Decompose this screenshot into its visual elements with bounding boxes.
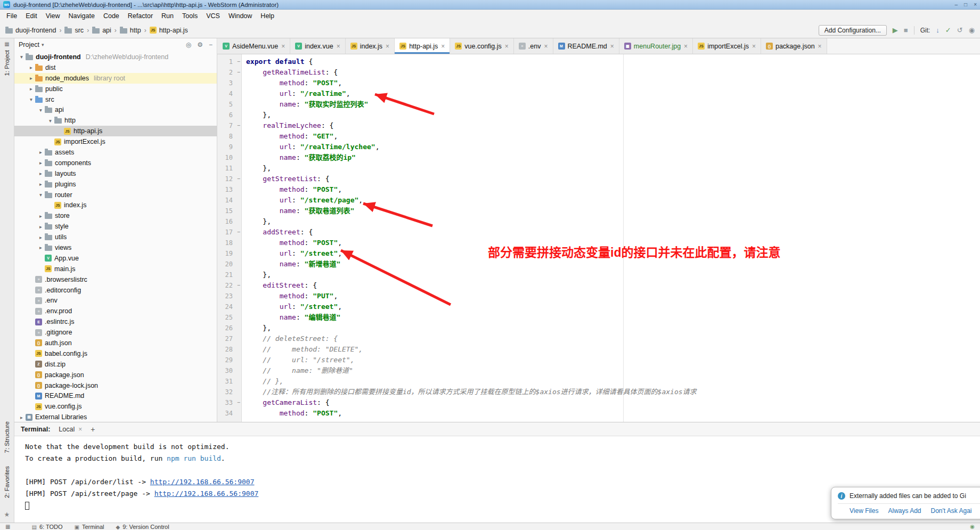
tab-close-icon[interactable]: ×	[505, 43, 509, 50]
code-line-9[interactable]: 9 url: "/realTime/lychee",	[217, 142, 980, 152]
code-line-10[interactable]: 10 name: "获取荔枝的ip"	[217, 152, 980, 163]
chevron-down-icon[interactable]: ▾	[27, 96, 35, 102]
code-line-31[interactable]: 31 // },	[217, 376, 980, 387]
code-line-25[interactable]: 25 name: "编辑巷道"	[217, 312, 980, 323]
chevron-right-icon[interactable]: ▸	[37, 181, 45, 187]
fold-marker-icon[interactable]: −	[235, 56, 242, 67]
code-line-3[interactable]: 3 method: "POST",	[217, 78, 980, 88]
menu-code[interactable]: Code	[99, 11, 124, 21]
tree-item-package-json[interactable]: {}package.json	[14, 370, 217, 380]
tree-item-utils[interactable]: ▸utils	[14, 232, 217, 242]
tree-item-readme-md[interactable]: MREADME.md	[14, 391, 217, 402]
chevron-right-icon[interactable]: ▸	[37, 213, 45, 219]
editor-tab-index-vue[interactable]: Vindex.vue×	[290, 38, 346, 54]
tab-close-icon[interactable]: ×	[337, 43, 340, 50]
chevron-right-icon[interactable]: ▸	[37, 149, 45, 155]
code-line-27[interactable]: 27 // deleteStreet: {	[217, 333, 980, 344]
breadcrumb-http[interactable]: http	[120, 27, 141, 34]
statusbar-6-todo[interactable]: ▤6: TODO	[31, 524, 62, 530]
terminal-link[interactable]: http://192.168.66.56:9007	[150, 478, 255, 486]
statusbar-9-version-control[interactable]: ◆9: Version Control	[116, 524, 169, 530]
terminal-tab-local[interactable]: Local ×	[59, 426, 82, 433]
code-line-8[interactable]: 8 method: "GET",	[217, 131, 980, 142]
toolwindow-switcher-icon[interactable]: ▦	[5, 524, 10, 529]
code-line-22[interactable]: 22− editStreet: {	[217, 280, 980, 291]
menu-help[interactable]: Help	[256, 11, 279, 21]
menu-tools[interactable]: Tools	[178, 11, 202, 21]
code-line-1[interactable]: 1−export default {	[217, 56, 980, 67]
code-line-32[interactable]: 32 //注释：所有用到删除的接口都需要拼接变量id，所以请求方式采用了挂载在原…	[217, 387, 980, 397]
code-line-33[interactable]: 33− getCameraList: {	[217, 397, 980, 408]
toolwindow-project-button[interactable]: 1: Project	[4, 50, 10, 76]
favorites-star-icon[interactable]: ★	[4, 511, 10, 518]
code-line-11[interactable]: 11 },	[217, 163, 980, 174]
fold-marker-icon[interactable]: −	[235, 227, 242, 238]
toolwindow-structure-button[interactable]: 7: Structure	[4, 421, 10, 453]
tab-close-icon[interactable]: ×	[78, 426, 82, 433]
tree-item-vue-config-js[interactable]: JSvue.config.js	[14, 401, 217, 412]
editor-tab-readme-md[interactable]: MREADME.md×	[553, 38, 619, 54]
tree-item-public[interactable]: ▸public	[14, 84, 217, 94]
menu-window[interactable]: Window	[224, 11, 256, 21]
git-revert-icon[interactable]: ↺	[957, 27, 963, 34]
tree-item-gitignore[interactable]: ≡.gitignore	[14, 327, 217, 338]
add-configuration-button[interactable]: Add Configuration...	[819, 25, 887, 36]
tab-close-icon[interactable]: ×	[684, 43, 688, 50]
code-line-6[interactable]: 6 },	[217, 110, 980, 120]
minimize-button[interactable]: –	[955, 2, 958, 7]
tree-item-auth-json[interactable]: {}auth.json	[14, 338, 217, 348]
tree-item-env-prod[interactable]: ≡.env.prod	[14, 306, 217, 316]
hide-panel-icon[interactable]: −	[209, 41, 213, 48]
git-commit-icon[interactable]: ✓	[945, 27, 951, 34]
close-button[interactable]: ×	[974, 2, 977, 7]
terminal-cursor[interactable]	[25, 502, 29, 510]
chevron-down-icon[interactable]: ▾	[46, 118, 54, 124]
menu-refactor[interactable]: Refactor	[124, 11, 157, 21]
editor-tab-package-json[interactable]: {}package.json×	[761, 38, 827, 54]
code-line-13[interactable]: 13 method: "POST",	[217, 184, 980, 195]
code-editor[interactable]: 1−export default {2− getRealTimeList: {3…	[217, 54, 980, 422]
tree-item-style[interactable]: ▸style	[14, 221, 217, 232]
tree-item-package-lock-json[interactable]: {}package-lock.json	[14, 380, 217, 391]
chevron-down-icon[interactable]: ▾	[37, 107, 45, 113]
fold-marker-icon[interactable]: −	[235, 120, 242, 131]
menu-vcs[interactable]: VCS	[202, 11, 224, 21]
code-line-7[interactable]: 7− realTimeLychee: {	[217, 120, 980, 131]
tree-item-dist-zip[interactable]: Zdist.zip	[14, 359, 217, 370]
code-line-5[interactable]: 5 name: "获取实时监控列表"	[217, 99, 980, 110]
menu-file[interactable]: File	[2, 11, 21, 21]
chevron-right-icon[interactable]: ▸	[37, 160, 45, 166]
code-line-23[interactable]: 23 method: "PUT",	[217, 291, 980, 301]
code-line-12[interactable]: 12− getStreetList: {	[217, 174, 980, 184]
tree-item-babel-config-js[interactable]: JSbabel.config.js	[14, 348, 217, 359]
breadcrumb-api[interactable]: api	[92, 27, 111, 34]
fold-marker-icon[interactable]: −	[235, 174, 242, 184]
editor-tab-asidemenu-vue[interactable]: VAsideMenu.vue×	[218, 38, 290, 54]
tree-item-views[interactable]: ▸views	[14, 242, 217, 253]
editor-tab-http-api-js[interactable]: JShttp-api.js×	[395, 38, 450, 54]
maximize-button[interactable]: □	[964, 2, 967, 7]
editor-tab-vue-config-js[interactable]: JSvue.config.js×	[450, 38, 514, 54]
tree-item-plugins[interactable]: ▸plugins	[14, 179, 217, 190]
breadcrumb-duoji-frontend[interactable]: duoji-frontend	[5, 27, 56, 34]
settings-gear-icon[interactable]: ⚙	[197, 41, 203, 48]
chevron-right-icon[interactable]: ▸	[37, 170, 45, 176]
tree-item-env[interactable]: ≡.env	[14, 295, 217, 306]
code-line-16[interactable]: 16 },	[217, 216, 980, 227]
editor-tab-index-js[interactable]: JSindex.js×	[346, 38, 395, 54]
code-line-4[interactable]: 4 url: "/realTime",	[217, 88, 980, 99]
tree-item-browserslistrc[interactable]: ≡.browserslistrc	[14, 274, 217, 285]
code-line-17[interactable]: 17− addStreet: {	[217, 227, 980, 238]
chevron-right-icon[interactable]: ▸	[37, 234, 45, 240]
fold-marker-icon[interactable]: −	[235, 397, 242, 408]
code-line-14[interactable]: 14 url: "/street/page",	[217, 195, 980, 206]
code-line-24[interactable]: 24 url: "/street",	[217, 301, 980, 312]
editor-tab-importexcel-js[interactable]: JSimportExcel.js×	[693, 38, 761, 54]
code-line-29[interactable]: 29 // url: "/street",	[217, 355, 980, 365]
locate-file-icon[interactable]: ◎	[186, 41, 191, 48]
tree-item-router[interactable]: ▾router	[14, 190, 217, 200]
tree-item-components[interactable]: ▸components	[14, 158, 217, 168]
menu-run[interactable]: Run	[157, 11, 178, 21]
tree-item-assets[interactable]: ▸assets	[14, 147, 217, 158]
tree-item-importexcel-js[interactable]: JSimportExcel.js	[14, 136, 217, 147]
